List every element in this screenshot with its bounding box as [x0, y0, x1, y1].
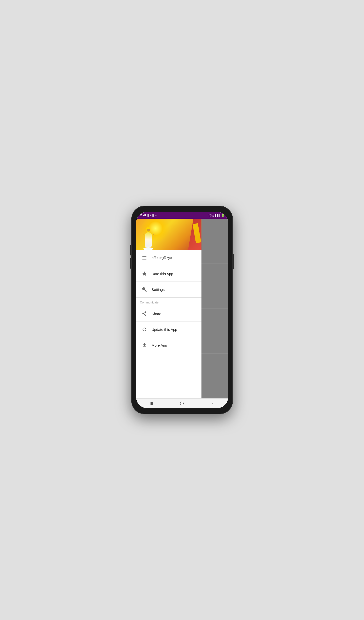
overlay-row-8: [202, 376, 228, 398]
menu-share-label: Share: [152, 312, 161, 316]
overlay-row-1: [202, 219, 228, 241]
overlay-row-4: [202, 286, 228, 309]
menu-update-label: Update this App: [152, 327, 177, 332]
menu-item-rate[interactable]: Rate this App: [136, 266, 202, 282]
menu-rate-label: Rate this App: [152, 272, 173, 276]
svg-point-6: [180, 402, 184, 405]
overlay-row-7: [202, 354, 228, 376]
phone-screen: 20:42 ▓ ⊞ ▓ ··· VoLTE LTE2 ▌▌▌ 🔋: [136, 212, 228, 408]
communicate-title: Communicate: [140, 301, 159, 304]
back-icon: [210, 401, 215, 406]
status-icons: ▓ ⊞ ▓ ···: [147, 214, 157, 217]
list-icon: [140, 254, 149, 262]
navigation-drawer: দেবী সরস্বতী পূজা Rate this App: [136, 219, 202, 398]
menu-item-share[interactable]: Share: [136, 306, 202, 322]
overlay-row-3: [202, 264, 228, 286]
home-button[interactable]: [178, 400, 186, 407]
svg-rect-5: [152, 402, 153, 405]
phone-frame: 20:42 ▓ ⊞ ▓ ··· VoLTE LTE2 ▌▌▌ 🔋: [131, 206, 233, 414]
power-button[interactable]: [233, 254, 234, 269]
battery-icon: 🔋: [221, 214, 225, 217]
signal-bars-icon: ▌▌▌: [215, 214, 220, 217]
update-icon: [140, 325, 149, 334]
background-overlay[interactable]: [202, 219, 228, 398]
menu-settings-label: Settings: [152, 287, 165, 292]
home-circle-icon: [180, 401, 184, 406]
settings-icon: [140, 285, 149, 294]
svg-rect-2: [142, 259, 146, 260]
bottom-navigation: [136, 398, 228, 408]
svg-rect-3: [150, 402, 150, 405]
lte-label: LTE2: [210, 215, 214, 217]
star-icon: [140, 269, 149, 278]
download-icon: [140, 341, 149, 349]
menu-item-more-app[interactable]: More App: [136, 337, 202, 353]
status-right: VoLTE LTE2 ▌▌▌ 🔋: [208, 213, 225, 217]
svg-rect-4: [151, 402, 152, 405]
recent-apps-button[interactable]: [148, 400, 155, 407]
share-icon: [140, 309, 149, 318]
status-left: 20:42 ▓ ⊞ ▓ ···: [140, 214, 157, 217]
back-button[interactable]: [209, 400, 216, 407]
network-icon: ▓: [152, 214, 154, 217]
signal-icon: ▓: [147, 214, 149, 217]
svg-rect-0: [142, 256, 146, 257]
menu-item-settings[interactable]: Settings: [136, 282, 202, 297]
overlay-row-6: [202, 331, 228, 354]
screen-content: 20:42 ▓ ⊞ ▓ ··· VoLTE LTE2 ▌▌▌ 🔋: [136, 212, 228, 408]
menu-more-app-label: More App: [152, 343, 167, 347]
volume-up-button[interactable]: [130, 245, 131, 256]
volume-down-button[interactable]: [130, 258, 131, 269]
overlay-row-2: [202, 241, 228, 264]
menu-home-label: দেবী সরস্বতী পূজা: [152, 256, 172, 260]
svg-rect-1: [142, 258, 146, 258]
communicate-section-header: Communicate: [136, 297, 202, 306]
status-time: 20:42: [140, 214, 146, 217]
more-icon: ···: [155, 214, 157, 217]
gallery-icon: ⊞: [150, 214, 152, 217]
status-bar: 20:42 ▓ ⊞ ▓ ··· VoLTE LTE2 ▌▌▌ 🔋: [136, 212, 228, 219]
overlay-row-5: [202, 309, 228, 331]
main-content: দেবী সরস্বতী পূজা Rate this App: [136, 219, 228, 398]
menu-item-home[interactable]: দেবী সরস্বতী পূজা: [136, 250, 202, 266]
menu-item-update[interactable]: Update this App: [136, 322, 202, 337]
drawer-header-image: [136, 219, 202, 250]
recent-apps-icon: [149, 401, 154, 406]
